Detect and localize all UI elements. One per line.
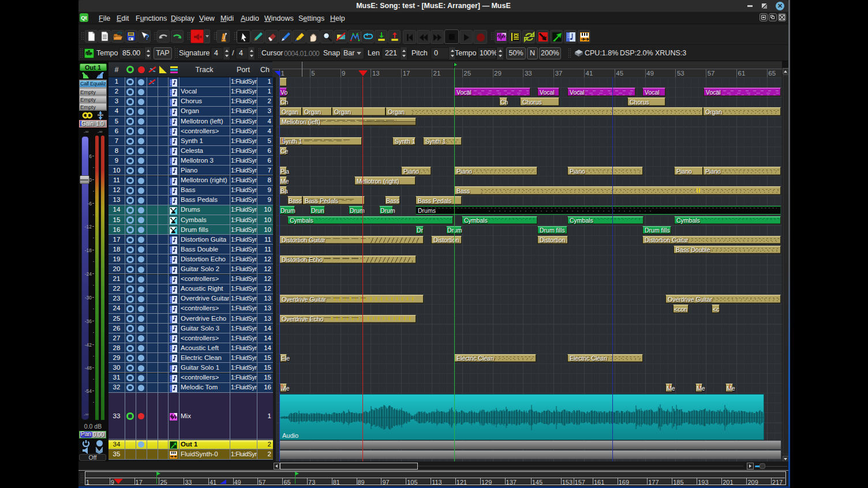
- svg-text:?: ?: [145, 33, 149, 42]
